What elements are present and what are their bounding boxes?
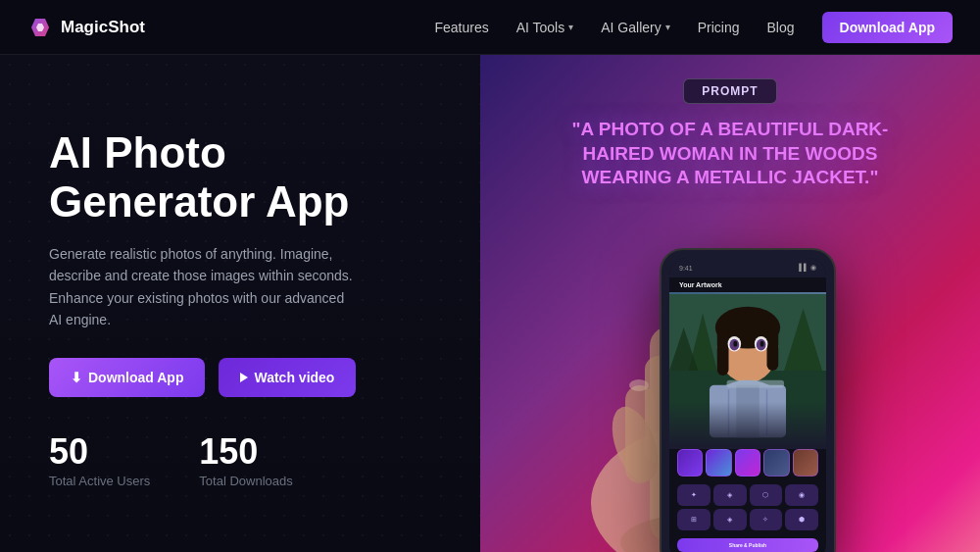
download-app-button[interactable]: ⬇ Download App <box>49 358 205 397</box>
nav-links: Features AI Tools ▾ AI Gallery ▾ Pricing… <box>434 12 953 43</box>
prompt-badge: PROMPT <box>683 78 776 104</box>
phone-screen: 9:41 ▌▌ ◉ Your Artwork <box>669 258 826 552</box>
phone-thumbnails <box>669 449 826 480</box>
hero-description: Generate realistic photos of anything. I… <box>49 243 353 331</box>
stat-downloads: 150 Total Downloads <box>199 434 292 488</box>
aitools-chevron-icon: ▾ <box>568 22 573 32</box>
phone-icon-5: ⊞ <box>677 509 710 530</box>
stat-active-users: 50 Total Active Users <box>49 434 150 488</box>
phone-icon-1: ✦ <box>677 484 710 506</box>
stat-users-number: 50 <box>49 434 150 470</box>
stat-downloads-number: 150 <box>199 434 292 470</box>
left-panel: AI PhotoGenerator App Generate realistic… <box>0 55 480 552</box>
svg-rect-29 <box>727 380 785 388</box>
phone-image-area <box>669 292 826 449</box>
phone-icon-grid: ✦ ◈ ⬡ ◉ ⊞ ◈ ✧ ⬢ <box>669 480 826 534</box>
phone-icon-6: ◈ <box>713 509 747 530</box>
phone-thumb-3 <box>735 449 760 477</box>
aigallery-chevron-icon: ▾ <box>665 22 670 32</box>
phone-action-button: Share & Publish <box>677 538 818 552</box>
svg-rect-19 <box>767 327 779 371</box>
phone-title: Your Artwork <box>669 277 826 292</box>
phone-status-bar: 9:41 ▌▌ ◉ <box>669 258 826 277</box>
nav-features[interactable]: Features <box>434 20 488 35</box>
phone-icon-3: ⬡ <box>750 484 783 506</box>
phone-thumb-2 <box>706 449 731 477</box>
stat-downloads-label: Total Downloads <box>199 474 292 488</box>
svg-point-28 <box>760 341 764 347</box>
phone-status-icons: ▌▌ ◉ <box>799 264 816 272</box>
play-icon <box>240 373 248 382</box>
logo[interactable]: MagicShot <box>27 15 145 40</box>
nav-aitools[interactable]: AI Tools ▾ <box>516 20 574 35</box>
nav-download-button[interactable]: Download App <box>822 12 953 43</box>
svg-rect-18 <box>717 327 729 376</box>
brand-name: MagicShot <box>61 18 145 37</box>
svg-point-8 <box>629 379 649 391</box>
phone-icon-4: ◉ <box>785 484 818 506</box>
phone-icon-7: ✧ <box>750 509 783 530</box>
nav-blog[interactable]: Blog <box>767 20 795 35</box>
nav-aigallery[interactable]: AI Gallery ▾ <box>601 20 669 35</box>
navbar: MagicShot Features AI Tools ▾ AI Gallery… <box>0 0 980 55</box>
svg-rect-22 <box>736 385 759 438</box>
right-panel: PROMPT "A PHOTO OF A BEAUTIFUL DARK-HAIR… <box>480 55 980 552</box>
stats-row: 50 Total Active Users 150 Total Download… <box>49 434 441 488</box>
phone-frame: 9:41 ▌▌ ◉ Your Artwork <box>660 248 836 552</box>
phone-thumb-4 <box>763 449 789 477</box>
phone-icon-8: ⬢ <box>785 509 818 530</box>
phone-mockup: 9:41 ▌▌ ◉ Your Artwork <box>660 248 836 552</box>
hero-title: AI PhotoGenerator App <box>49 128 441 227</box>
stat-users-label: Total Active Users <box>49 474 150 488</box>
phone-icon-2: ◈ <box>713 484 747 506</box>
download-icon: ⬇ <box>71 370 82 385</box>
nav-pricing[interactable]: Pricing <box>698 20 740 35</box>
hero-buttons: ⬇ Download App Watch video <box>49 358 441 397</box>
portrait-image <box>669 292 826 449</box>
phone-thumb-5 <box>793 449 818 477</box>
logo-icon <box>27 15 53 40</box>
main-content: AI PhotoGenerator App Generate realistic… <box>0 55 980 552</box>
phone-thumb-1 <box>677 449 703 477</box>
svg-point-27 <box>733 341 737 347</box>
watch-video-button[interactable]: Watch video <box>219 358 356 397</box>
portrait-svg <box>669 292 826 449</box>
phone-time: 9:41 <box>679 265 693 272</box>
